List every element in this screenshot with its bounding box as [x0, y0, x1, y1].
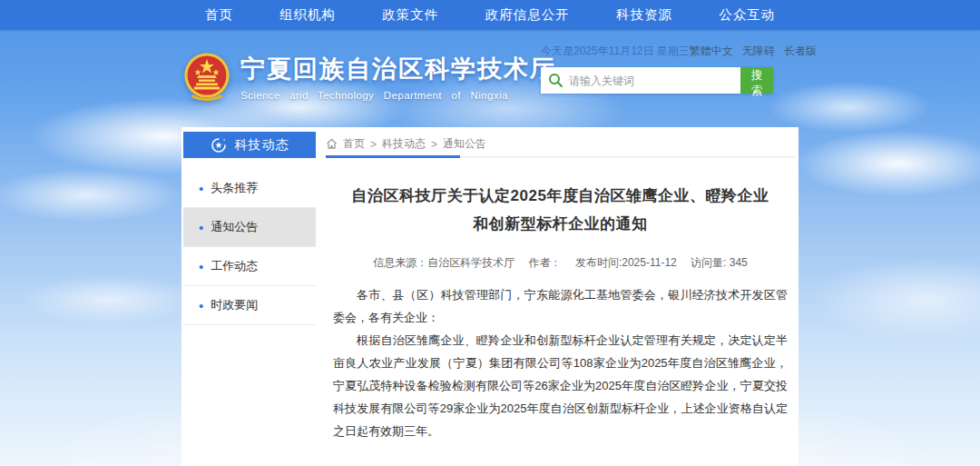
- main-column: 首页 > 科技动态 > 通知公告 自治区科技厅关于认定2025年度自治区雏鹰企业…: [326, 132, 795, 466]
- meta-view-count: 访问量: 345: [691, 256, 748, 269]
- nav-item-gov-info[interactable]: 政府信息公开: [485, 6, 570, 24]
- star-circle-icon: [211, 137, 227, 154]
- article-title-line1: 自治区科技厅关于认定2025年度自治区雏鹰企业、瞪羚企业: [333, 183, 788, 211]
- breadcrumb-notices[interactable]: 通知公告: [443, 136, 486, 152]
- link-senior-version[interactable]: 长者版: [784, 44, 817, 59]
- meta-source: 信息来源：自治区科学技术厅: [373, 256, 514, 269]
- nav-item-home[interactable]: 首页: [205, 6, 233, 24]
- current-date-text: 今天是2025年11月12日 星期三: [541, 44, 690, 59]
- sidebar-item-notices[interactable]: • 通知公告: [183, 208, 316, 247]
- national-emblem-logo: [183, 51, 230, 102]
- breadcrumb-tech-news[interactable]: 科技动态: [382, 136, 426, 152]
- article-meta: 信息来源：自治区科学技术厅 作者： 发布时间:2025-11-12 访问量: 3…: [333, 255, 788, 271]
- search-icon: [548, 73, 564, 88]
- bullet-icon: •: [199, 182, 203, 195]
- top-navigation-items: 首页 组织机构 政策文件 政府信息公开 科技资源 公众互动: [181, 0, 799, 30]
- article-paragraph: 根据自治区雏鹰企业、瞪羚企业和创新型标杆企业认定管理有关规定，决定认定半亩良人农…: [333, 330, 788, 443]
- nav-item-organization[interactable]: 组织机构: [279, 6, 336, 24]
- search-button[interactable]: 搜索: [740, 67, 773, 94]
- breadcrumb-separator: >: [370, 138, 377, 151]
- link-accessibility[interactable]: 无障碍: [742, 44, 775, 59]
- sidebar-header: 科技动态: [183, 132, 316, 158]
- site-subtitle: Science and Technology Department of Nin…: [240, 90, 556, 101]
- sidebar-item-label: 时政要闻: [211, 297, 258, 313]
- bullet-icon: •: [199, 221, 203, 234]
- header-right-panel: 今天是2025年11月12日 星期三 繁體中文 无障碍 长者版 搜索: [541, 44, 793, 94]
- nav-item-policy[interactable]: 政策文件: [382, 6, 438, 24]
- top-navigation-bar: 首页 组织机构 政策文件 政府信息公开 科技资源 公众互动: [0, 0, 980, 30]
- breadcrumb-separator: >: [431, 138, 437, 151]
- sidebar: 科技动态 • 头条推荐 • 通知公告 • 工作动态 • 时政要闻: [183, 132, 316, 466]
- meta-publish-date: 发布时间:2025-11-12: [575, 256, 677, 269]
- bullet-icon: •: [199, 299, 203, 312]
- sidebar-item-headlines[interactable]: • 头条推荐: [183, 169, 316, 208]
- search-input[interactable]: [541, 67, 740, 94]
- bullet-icon: •: [199, 260, 203, 273]
- header-meta-row: 今天是2025年11月12日 星期三 繁體中文 无障碍 长者版: [541, 44, 793, 59]
- meta-author: 作者：: [529, 256, 562, 269]
- sidebar-item-label: 通知公告: [211, 219, 258, 235]
- site-brand[interactable]: 宁夏回族自治区科学技术厅 Science and Technology Depa…: [183, 51, 556, 102]
- sidebar-item-label: 工作动态: [211, 258, 258, 274]
- nav-item-interaction[interactable]: 公众互动: [719, 6, 775, 24]
- article-title: 自治区科技厅关于认定2025年度自治区雏鹰企业、瞪羚企业 和创新型标杆企业的通知: [333, 183, 788, 238]
- link-traditional-chinese[interactable]: 繁體中文: [690, 44, 733, 59]
- sidebar-title: 科技动态: [235, 137, 289, 154]
- site-title: 宁夏回族自治区科学技术厅: [240, 53, 556, 85]
- site-title-block: 宁夏回族自治区科学技术厅 Science and Technology Depa…: [240, 53, 556, 101]
- article: 自治区科技厅关于认定2025年度自治区雏鹰企业、瞪羚企业 和创新型标杆企业的通知…: [326, 158, 795, 466]
- search-input-box: [541, 67, 740, 94]
- home-icon: [326, 138, 338, 150]
- site-header: 宁夏回族自治区科学技术厅 Science and Technology Depa…: [181, 40, 799, 124]
- breadcrumb-home[interactable]: 首页: [343, 136, 365, 152]
- article-paragraph: 各市、县（区）科技管理部门，宁东能源化工基地管委会，银川经济技术开发区管委会，各…: [333, 284, 788, 330]
- sidebar-item-political-news[interactable]: • 时政要闻: [183, 286, 316, 325]
- content-container: 科技动态 • 头条推荐 • 通知公告 • 工作动态 • 时政要闻: [181, 127, 799, 466]
- article-body: 各市、县（区）科技管理部门，宁东能源化工基地管委会，银川经济技术开发区管委会，各…: [333, 284, 788, 443]
- sidebar-item-label: 头条推荐: [211, 180, 258, 196]
- sidebar-item-work-updates[interactable]: • 工作动态: [183, 247, 316, 286]
- breadcrumb: 首页 > 科技动态 > 通知公告: [326, 132, 795, 158]
- article-title-line2: 和创新型标杆企业的通知: [333, 211, 788, 239]
- nav-item-resources[interactable]: 科技资源: [616, 6, 672, 24]
- sidebar-menu: • 头条推荐 • 通知公告 • 工作动态 • 时政要闻: [183, 169, 316, 325]
- search-bar: 搜索: [541, 67, 773, 94]
- quick-links: 繁體中文 无障碍 长者版: [690, 44, 817, 59]
